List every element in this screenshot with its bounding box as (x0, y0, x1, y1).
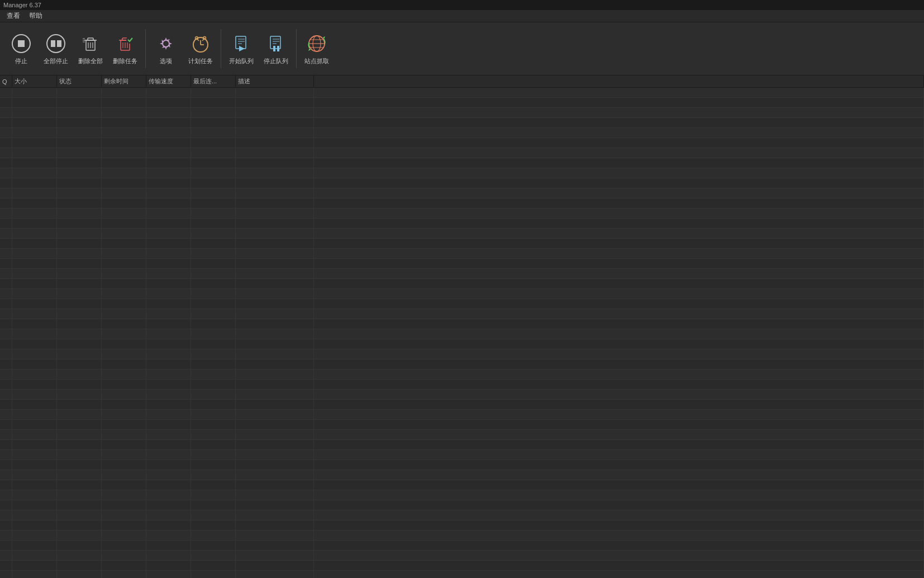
table-row[interactable] (0, 500, 924, 510)
table-cell (12, 209, 57, 218)
table-row[interactable] (0, 510, 924, 520)
content-area: Q 大小 状态 剩余时间 传输速度 最后连... 描述 (0, 75, 924, 578)
table-header: Q 大小 状态 剩余时间 传输速度 最后连... 描述 (0, 75, 924, 88)
table-row[interactable] (0, 349, 924, 359)
table-row[interactable] (0, 520, 924, 530)
table-cell (12, 289, 57, 299)
table-cell (146, 460, 191, 470)
col-header-speed[interactable]: 传输速度 (146, 75, 191, 87)
table-row[interactable] (0, 188, 924, 198)
table-cell (0, 530, 12, 540)
table-cell (0, 430, 12, 439)
table-row[interactable] (0, 229, 924, 239)
table-row[interactable] (0, 309, 924, 319)
table-row[interactable] (0, 249, 924, 259)
menu-view[interactable]: 查看 (2, 10, 25, 22)
table-cell (191, 510, 236, 520)
table-cell (102, 128, 146, 138)
table-row[interactable] (0, 98, 924, 108)
table-row[interactable] (0, 148, 924, 158)
table-cell (314, 148, 924, 158)
delete-all-button[interactable]: 删除全部 (74, 25, 107, 73)
table-row[interactable] (0, 359, 924, 369)
table-cell (146, 319, 191, 329)
table-row[interactable] (0, 561, 924, 571)
table-cell (12, 138, 57, 148)
table-cell (57, 148, 102, 158)
table-row[interactable] (0, 289, 924, 299)
table-row[interactable] (0, 198, 924, 209)
table-row[interactable] (0, 450, 924, 460)
col-header-q[interactable]: Q (0, 75, 12, 87)
col-header-size[interactable]: 大小 (12, 75, 57, 87)
svg-point-20 (126, 36, 134, 44)
table-row[interactable] (0, 430, 924, 440)
table-row[interactable] (0, 571, 924, 578)
col-header-status[interactable]: 状态 (57, 75, 102, 87)
table-cell (12, 198, 57, 208)
table-row[interactable] (0, 420, 924, 430)
table-cell (0, 148, 12, 158)
table-row[interactable] (0, 209, 924, 219)
table-row[interactable] (0, 269, 924, 279)
svg-marker-33 (239, 46, 245, 51)
table-row[interactable] (0, 551, 924, 561)
table-row[interactable] (0, 470, 924, 480)
options-button[interactable]: 选项 (149, 25, 183, 73)
table-cell (57, 561, 102, 570)
table-cell (191, 178, 236, 188)
table-row[interactable] (0, 158, 924, 168)
col-header-desc[interactable]: 描述 (236, 75, 314, 87)
table-row[interactable] (0, 490, 924, 500)
table-row[interactable] (0, 339, 924, 349)
table-row[interactable] (0, 460, 924, 470)
table-cell (57, 390, 102, 399)
table-row[interactable] (0, 541, 924, 551)
table-row[interactable] (0, 168, 924, 178)
table-row[interactable] (0, 118, 924, 128)
stop-all-button[interactable]: 全部停止 (39, 25, 73, 73)
table-row[interactable] (0, 369, 924, 380)
table-cell (12, 329, 57, 339)
table-cell (102, 480, 146, 490)
table-cell (57, 98, 102, 107)
table-row[interactable] (0, 410, 924, 420)
table-row[interactable] (0, 239, 924, 249)
table-row[interactable] (0, 329, 924, 339)
site-grab-button[interactable]: 站点抓取 (300, 25, 334, 73)
table-row[interactable] (0, 219, 924, 229)
table-row[interactable] (0, 299, 924, 309)
table-row[interactable] (0, 380, 924, 390)
stop-queue-button[interactable]: 停止队列 (259, 25, 293, 73)
table-row[interactable] (0, 259, 924, 269)
table-row[interactable] (0, 178, 924, 188)
table-row[interactable] (0, 108, 924, 118)
table-row[interactable] (0, 138, 924, 148)
table-row[interactable] (0, 88, 924, 98)
table-cell (236, 118, 314, 127)
col-header-last[interactable]: 最后连... (191, 75, 236, 87)
table-cell (102, 571, 146, 578)
table-cell (191, 309, 236, 319)
start-queue-button[interactable]: 开始队列 (225, 25, 258, 73)
delete-button[interactable]: 删除任务 (108, 25, 142, 73)
table-row[interactable] (0, 128, 924, 138)
menu-help[interactable]: 帮助 (25, 10, 47, 22)
table-cell (191, 480, 236, 490)
col-header-time[interactable]: 剩余时间 (102, 75, 146, 87)
table-cell (0, 188, 12, 198)
table-cell (12, 249, 57, 258)
table-row[interactable] (0, 390, 924, 400)
schedule-button[interactable]: 计划任务 (184, 25, 217, 73)
table-row[interactable] (0, 400, 924, 410)
table-row[interactable] (0, 530, 924, 541)
table-row[interactable] (0, 319, 924, 329)
table-row[interactable] (0, 440, 924, 450)
table-row[interactable] (0, 279, 924, 289)
table-row[interactable] (0, 480, 924, 490)
stop-button[interactable]: 停止 (4, 25, 38, 73)
table-cell (102, 430, 146, 439)
table-cell (0, 410, 12, 419)
table-cell (314, 369, 924, 379)
delete-label: 删除任务 (113, 58, 137, 65)
